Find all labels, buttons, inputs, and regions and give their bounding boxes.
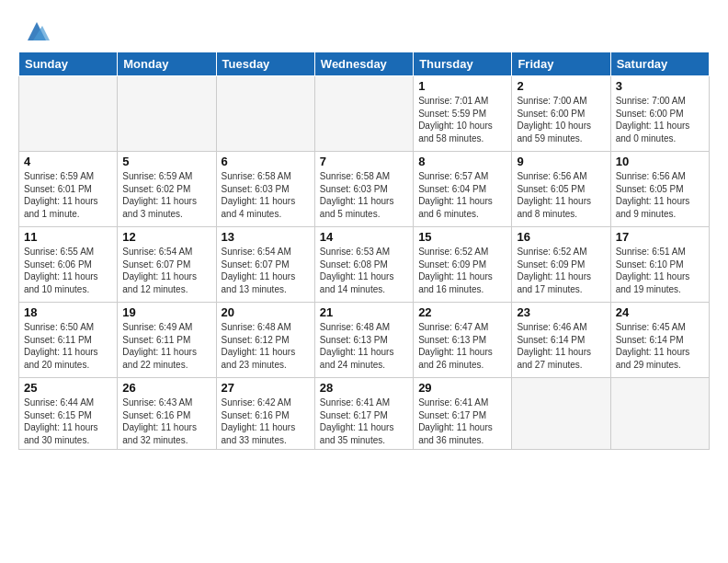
day-number: 22 [418, 305, 506, 319]
calendar-cell: 3Sunrise: 7:00 AM Sunset: 6:00 PM Daylig… [610, 76, 709, 152]
day-number: 27 [222, 381, 310, 395]
day-info: Sunrise: 6:52 AM Sunset: 6:09 PM Dayligh… [517, 246, 605, 295]
day-info: Sunrise: 6:59 AM Sunset: 6:01 PM Dayligh… [24, 170, 112, 220]
day-number: 7 [320, 155, 408, 168]
day-number: 23 [517, 305, 605, 319]
calendar-page: SundayMondayTuesdayWednesdayThursdayFrid… [0, 0, 728, 563]
week-row-3: 11Sunrise: 6:55 AM Sunset: 6:06 PM Dayli… [19, 227, 710, 303]
day-number: 10 [616, 155, 704, 168]
calendar-cell: 17Sunrise: 6:51 AM Sunset: 6:10 PM Dayli… [610, 227, 709, 303]
calendar-cell: 21Sunrise: 6:48 AM Sunset: 6:13 PM Dayli… [314, 303, 413, 378]
day-number: 20 [222, 305, 310, 319]
calendar-cell: 25Sunrise: 6:44 AM Sunset: 6:15 PM Dayli… [19, 378, 118, 450]
day-number: 26 [122, 381, 210, 395]
day-number: 4 [24, 155, 112, 168]
logo-icon [24, 18, 50, 44]
calendar-cell [314, 76, 413, 152]
day-number: 9 [517, 155, 605, 168]
calendar-cell [610, 378, 709, 450]
calendar-cell: 11Sunrise: 6:55 AM Sunset: 6:06 PM Dayli… [19, 227, 118, 303]
calendar-cell [216, 76, 314, 152]
calendar-cell: 26Sunrise: 6:43 AM Sunset: 6:16 PM Dayli… [118, 378, 216, 450]
day-number: 29 [418, 381, 506, 395]
day-info: Sunrise: 6:55 AM Sunset: 6:06 PM Dayligh… [24, 246, 112, 295]
day-number: 5 [122, 155, 210, 168]
day-number: 8 [418, 155, 506, 168]
day-number: 6 [222, 155, 310, 168]
day-info: Sunrise: 6:58 AM Sunset: 6:03 PM Dayligh… [320, 170, 408, 220]
calendar-cell: 23Sunrise: 6:46 AM Sunset: 6:14 PM Dayli… [512, 303, 610, 378]
calendar-cell: 20Sunrise: 6:48 AM Sunset: 6:12 PM Dayli… [216, 303, 314, 378]
day-info: Sunrise: 6:58 AM Sunset: 6:03 PM Dayligh… [222, 170, 310, 220]
day-info: Sunrise: 7:00 AM Sunset: 6:00 PM Dayligh… [616, 95, 704, 144]
day-number: 24 [616, 305, 704, 319]
week-row-1: 1Sunrise: 7:01 AM Sunset: 5:59 PM Daylig… [19, 76, 710, 152]
day-number: 11 [24, 230, 112, 244]
day-number: 1 [418, 79, 506, 93]
day-number: 3 [616, 79, 704, 93]
calendar-cell: 4Sunrise: 6:59 AM Sunset: 6:01 PM Daylig… [19, 152, 118, 227]
calendar-cell: 2Sunrise: 7:00 AM Sunset: 6:00 PM Daylig… [512, 76, 610, 152]
day-info: Sunrise: 6:51 AM Sunset: 6:10 PM Dayligh… [616, 246, 704, 295]
calendar-cell: 22Sunrise: 6:47 AM Sunset: 6:13 PM Dayli… [414, 303, 512, 378]
calendar-cell: 1Sunrise: 7:01 AM Sunset: 5:59 PM Daylig… [414, 76, 512, 152]
calendar-cell: 24Sunrise: 6:45 AM Sunset: 6:14 PM Dayli… [610, 303, 709, 378]
day-info: Sunrise: 6:43 AM Sunset: 6:16 PM Dayligh… [122, 396, 210, 446]
day-info: Sunrise: 6:54 AM Sunset: 6:07 PM Dayligh… [122, 246, 210, 295]
weekday-header-sunday: Sunday [19, 52, 118, 76]
calendar-cell: 19Sunrise: 6:49 AM Sunset: 6:11 PM Dayli… [118, 303, 216, 378]
day-info: Sunrise: 6:54 AM Sunset: 6:07 PM Dayligh… [222, 246, 310, 295]
day-number: 21 [320, 305, 408, 319]
day-number: 17 [616, 230, 704, 244]
calendar-table: SundayMondayTuesdayWednesdayThursdayFrid… [18, 52, 710, 450]
weekday-header-friday: Friday [512, 52, 610, 76]
day-info: Sunrise: 6:41 AM Sunset: 6:17 PM Dayligh… [320, 396, 408, 446]
day-info: Sunrise: 6:42 AM Sunset: 6:16 PM Dayligh… [222, 396, 310, 446]
day-number: 25 [24, 381, 112, 395]
day-info: Sunrise: 7:01 AM Sunset: 5:59 PM Dayligh… [418, 95, 506, 144]
calendar-cell [512, 378, 610, 450]
day-number: 19 [122, 305, 210, 319]
calendar-cell: 29Sunrise: 6:41 AM Sunset: 6:17 PM Dayli… [414, 378, 512, 450]
day-info: Sunrise: 6:53 AM Sunset: 6:08 PM Dayligh… [320, 246, 408, 295]
day-info: Sunrise: 6:46 AM Sunset: 6:14 PM Dayligh… [517, 321, 605, 371]
weekday-header-tuesday: Tuesday [216, 52, 314, 76]
calendar-cell: 13Sunrise: 6:54 AM Sunset: 6:07 PM Dayli… [216, 227, 314, 303]
day-info: Sunrise: 6:52 AM Sunset: 6:09 PM Dayligh… [418, 246, 506, 295]
weekday-header-row: SundayMondayTuesdayWednesdayThursdayFrid… [19, 52, 710, 76]
weekday-header-monday: Monday [118, 52, 216, 76]
calendar-cell: 18Sunrise: 6:50 AM Sunset: 6:11 PM Dayli… [19, 303, 118, 378]
day-info: Sunrise: 6:47 AM Sunset: 6:13 PM Dayligh… [418, 321, 506, 371]
day-number: 13 [222, 230, 310, 244]
day-info: Sunrise: 6:56 AM Sunset: 6:05 PM Dayligh… [616, 170, 704, 220]
calendar-cell: 10Sunrise: 6:56 AM Sunset: 6:05 PM Dayli… [610, 152, 709, 227]
day-info: Sunrise: 6:56 AM Sunset: 6:05 PM Dayligh… [517, 170, 605, 220]
day-info: Sunrise: 6:57 AM Sunset: 6:04 PM Dayligh… [418, 170, 506, 220]
calendar-cell: 12Sunrise: 6:54 AM Sunset: 6:07 PM Dayli… [118, 227, 216, 303]
calendar-cell: 14Sunrise: 6:53 AM Sunset: 6:08 PM Dayli… [314, 227, 413, 303]
weekday-header-thursday: Thursday [414, 52, 512, 76]
day-info: Sunrise: 6:45 AM Sunset: 6:14 PM Dayligh… [616, 321, 704, 371]
week-row-2: 4Sunrise: 6:59 AM Sunset: 6:01 PM Daylig… [19, 152, 710, 227]
calendar-cell: 8Sunrise: 6:57 AM Sunset: 6:04 PM Daylig… [414, 152, 512, 227]
logo [18, 18, 50, 44]
header [18, 15, 710, 44]
day-number: 15 [418, 230, 506, 244]
day-info: Sunrise: 6:48 AM Sunset: 6:13 PM Dayligh… [320, 321, 408, 371]
calendar-cell: 28Sunrise: 6:41 AM Sunset: 6:17 PM Dayli… [314, 378, 413, 450]
day-info: Sunrise: 6:59 AM Sunset: 6:02 PM Dayligh… [122, 170, 210, 220]
calendar-cell: 6Sunrise: 6:58 AM Sunset: 6:03 PM Daylig… [216, 152, 314, 227]
day-number: 28 [320, 381, 408, 395]
calendar-cell: 27Sunrise: 6:42 AM Sunset: 6:16 PM Dayli… [216, 378, 314, 450]
day-number: 12 [122, 230, 210, 244]
day-info: Sunrise: 6:41 AM Sunset: 6:17 PM Dayligh… [418, 396, 506, 446]
day-info: Sunrise: 6:44 AM Sunset: 6:15 PM Dayligh… [24, 396, 112, 446]
weekday-header-saturday: Saturday [610, 52, 709, 76]
day-info: Sunrise: 7:00 AM Sunset: 6:00 PM Dayligh… [517, 95, 605, 144]
day-number: 2 [517, 79, 605, 93]
day-number: 14 [320, 230, 408, 244]
calendar-cell [118, 76, 216, 152]
week-row-5: 25Sunrise: 6:44 AM Sunset: 6:15 PM Dayli… [19, 378, 710, 450]
calendar-cell: 15Sunrise: 6:52 AM Sunset: 6:09 PM Dayli… [414, 227, 512, 303]
weekday-header-wednesday: Wednesday [314, 52, 413, 76]
